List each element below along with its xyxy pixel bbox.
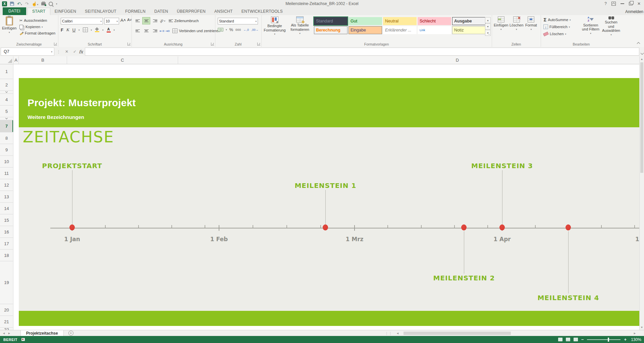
milestone-marker-meilenstein-1[interactable] [323,224,328,230]
orientation-icon[interactable]: ab [159,18,164,23]
dialog-launcher-alignment[interactable] [211,43,214,46]
normal-view-icon[interactable] [558,338,562,341]
row-header-19[interactable]: 19 [0,261,13,304]
row-header-14[interactable]: 14 [0,203,13,214]
align-right-button[interactable] [151,27,159,35]
format-painter-button[interactable]: Format übertragen [19,30,55,36]
grow-font-icon[interactable]: A˄ [120,18,126,24]
gallery-scroll-down-icon[interactable]: ▼ [485,23,491,29]
row-header-7[interactable]: 7 [0,120,13,132]
collapse-ribbon-icon[interactable] [636,42,641,45]
timeline-chart-area[interactable] [19,127,639,311]
minimize-button[interactable] [621,3,624,4]
font-color-icon[interactable]: A [107,27,111,32]
style-neutral[interactable]: Neutral [383,17,417,25]
row-header-12[interactable]: 12 [0,179,13,191]
milestone-marker-meilenstein-2[interactable] [461,224,467,230]
sheet-nav-left-icon[interactable]: ◄ [0,332,8,335]
confirm-entry-icon[interactable]: ✓ [71,49,79,54]
row-header-10[interactable]: 10 [0,156,13,167]
bold-button[interactable]: F [61,27,63,32]
increase-decimal-icon[interactable]: ←,0 [244,28,249,31]
row-header-5[interactable]: 5 [0,106,13,117]
dialog-launcher-font[interactable] [127,43,130,46]
save-icon[interactable] [10,2,14,6]
align-center-button[interactable] [142,27,150,35]
decrease-decimal-icon[interactable]: ,00→ [251,28,259,31]
format-cells-button[interactable]: Format▾ [525,16,537,30]
row-header-18[interactable]: 18 [0,250,13,261]
ribbon-tab-entwicklertools[interactable]: ENTWICKLERTOOLS [237,8,287,15]
dialog-launcher-number[interactable] [257,43,260,46]
ribbon-tab-start[interactable]: START [28,8,50,15]
hscroll-left-icon[interactable]: ◄ [394,332,401,335]
increase-indent-icon[interactable]: ⇥≡ [165,29,170,33]
row-header-9[interactable]: 9 [0,144,13,156]
row-header-1[interactable]: 1 [0,64,13,79]
column-header-B[interactable]: B [19,56,67,64]
wrap-text-button[interactable]: Zeilenumbruch [169,18,199,24]
borders-icon[interactable] [83,27,88,32]
fill-color-icon[interactable] [95,28,99,32]
milestone-marker-meilenstein-4[interactable] [566,224,571,230]
milestone-marker-projektstart[interactable] [69,224,75,230]
row-header-17[interactable]: 17 [0,238,13,250]
clear-button[interactable]: Löschen▾ [543,31,571,37]
style-link[interactable]: Link [418,26,451,34]
scroll-up-icon[interactable]: ▲ [640,56,644,62]
macro-record-icon[interactable] [21,338,25,341]
decrease-indent-icon[interactable]: ⇤≡ [160,29,164,33]
align-top-button[interactable] [133,17,142,24]
paste-button[interactable]: Einfügen▾ [2,16,16,33]
horizontal-scrollbar-thumb[interactable] [404,332,511,335]
zoom-slider-thumb[interactable] [608,338,609,342]
restore-button[interactable] [629,2,633,5]
ribbon-tab-ansicht[interactable]: ANSICHT [210,8,237,15]
hidden-rows-indicator[interactable] [0,117,13,120]
hscroll-right-icon[interactable]: ► [631,332,639,335]
style-ausgabe[interactable]: Ausgabe [452,17,486,25]
percent-style-button[interactable]: % [229,27,233,32]
gallery-scroll-up-icon[interactable]: ▲ [485,17,491,23]
touch-mode-button[interactable]: ☝▾ [32,1,38,7]
tab-splitter-handle[interactable]: ⋮⋮ [385,332,392,335]
insert-function-icon[interactable]: fx [79,49,83,54]
undo-button[interactable]: ↶▾ [17,1,22,7]
conditional-formatting-button[interactable]: ≠ Bedingte Formatierung▾ [264,16,285,35]
copy-button[interactable]: Kopieren▾ [19,24,55,30]
column-header-A[interactable]: A [13,56,19,64]
row-header-2[interactable]: 2 [0,79,13,91]
ribbon-tab-einfügen[interactable]: EINFÜGEN [50,8,80,15]
comma-style-button[interactable]: 000 [235,28,241,31]
customize-qat-icon[interactable]: ▾ [56,3,57,5]
zoom-out-icon[interactable]: − [581,337,584,342]
italic-button[interactable]: K [66,27,69,32]
milestone-marker-meilenstein-3[interactable] [499,224,505,230]
row-header-13[interactable]: 13 [0,191,13,203]
fill-button[interactable]: ↓Füllbereich▾ [543,24,571,30]
gallery-expand-icon[interactable]: ▼̲ [485,30,491,36]
autosum-button[interactable]: ΣAutoSumme▾ [543,17,571,23]
row-header-15[interactable]: 15 [0,214,13,226]
scroll-down-icon[interactable]: ▼ [640,325,644,330]
cancel-entry-icon[interactable]: ✕ [63,49,71,54]
ribbon-tab-daten[interactable]: DATEN [150,8,172,15]
row-header-22[interactable]: 22 [0,328,13,330]
redo-button[interactable]: ↷ [25,1,29,7]
row-header-16[interactable]: 16 [0,226,13,238]
style-gut[interactable]: Gut [348,17,382,25]
sign-in-link[interactable]: Anmelden [625,9,644,15]
row-header-20[interactable]: 20 [0,304,13,316]
style-schlecht[interactable]: Schlecht [418,17,451,25]
print-icon[interactable] [41,2,46,5]
style-notiz[interactable]: Notiz [452,26,486,34]
style-berechnung[interactable]: Berechnung [314,26,347,34]
font-name-select[interactable]: Calibri▾ [61,18,103,24]
zoom-level[interactable]: 130% [630,337,641,342]
sheet-nav-right-icon[interactable]: ► [8,332,13,335]
row-header-8[interactable]: 8 [0,132,13,144]
select-all-corner[interactable] [0,56,13,64]
close-button[interactable]: ✕ [637,2,641,6]
ribbon-tab-seitenlayout[interactable]: SEITENLAYOUT [80,8,121,15]
align-left-button[interactable] [133,27,142,35]
